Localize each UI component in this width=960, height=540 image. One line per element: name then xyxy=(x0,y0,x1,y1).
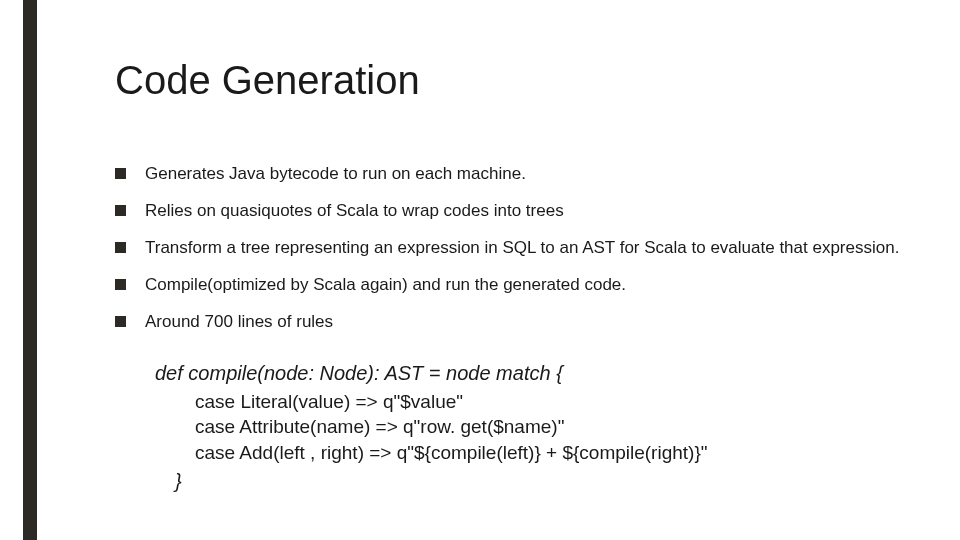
bullet-item: Generates Java bytecode to run on each m… xyxy=(115,163,900,186)
bullet-item: Compile(optimized by Scala again) and ru… xyxy=(115,274,900,297)
code-line: case Add(left , right) => q"${compile(le… xyxy=(195,440,900,466)
bullet-item: Relies on quasiquotes of Scala to wrap c… xyxy=(115,200,900,223)
code-block: def compile(node: Node): AST = node matc… xyxy=(155,360,900,495)
bullet-item: Around 700 lines of rules xyxy=(115,311,900,334)
slide: Code Generation Generates Java bytecode … xyxy=(0,0,960,540)
code-body: case Literal(value) => q"$value" case At… xyxy=(195,389,900,466)
slide-title: Code Generation xyxy=(115,58,900,103)
bullet-item: Transform a tree representing an express… xyxy=(115,237,900,260)
accent-bar xyxy=(23,0,37,540)
slide-content: Code Generation Generates Java bytecode … xyxy=(115,58,900,495)
code-line: case Literal(value) => q"$value" xyxy=(195,389,900,415)
bullet-list: Generates Java bytecode to run on each m… xyxy=(115,163,900,334)
code-close: } xyxy=(175,468,900,495)
code-line: case Attribute(name) => q"row. get($name… xyxy=(195,414,900,440)
code-signature: def compile(node: Node): AST = node matc… xyxy=(155,360,900,387)
